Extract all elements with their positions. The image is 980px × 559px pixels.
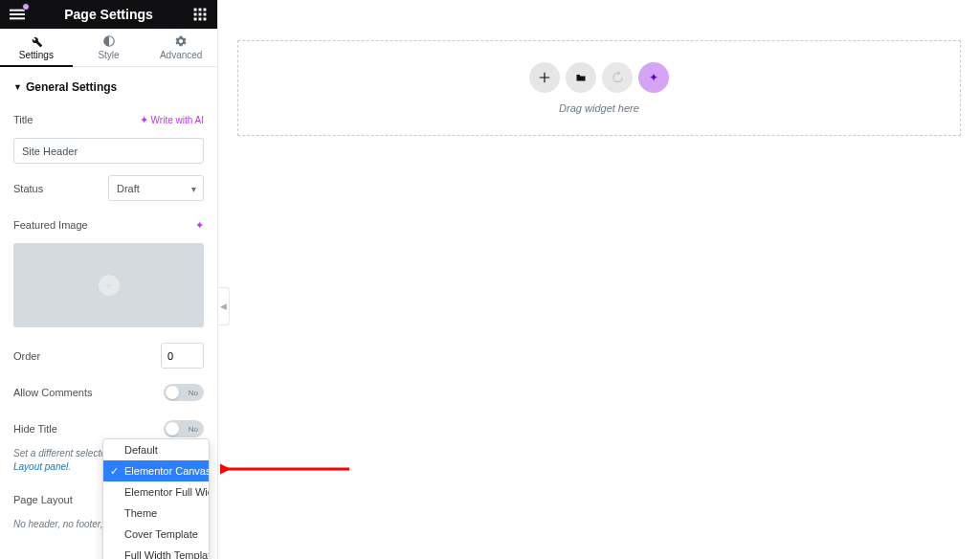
- svg-rect-10: [199, 18, 202, 21]
- dd-item-default[interactable]: Default: [103, 439, 209, 460]
- svg-rect-2: [10, 17, 25, 19]
- tab-settings[interactable]: Settings: [0, 29, 73, 66]
- folder-icon: [575, 72, 587, 83]
- svg-rect-7: [199, 13, 202, 16]
- dd-item-full-width-template[interactable]: Full Width Template: [103, 545, 209, 559]
- sparkle-icon: ✦: [140, 114, 148, 126]
- contrast-icon: [102, 34, 116, 48]
- widgets-grid-button[interactable]: [190, 5, 210, 24]
- status-label: Status: [13, 183, 43, 194]
- add-template-button[interactable]: [566, 62, 596, 93]
- page-layout-label: Page Layout: [13, 494, 73, 505]
- control-allow-comments-row: Allow Comments No: [0, 374, 217, 411]
- dropzone-controls: ✦: [529, 62, 669, 93]
- drag-widget-text: Drag widget here: [559, 102, 639, 114]
- sparkle-icon[interactable]: ✦: [195, 219, 204, 232]
- control-featured-row: Featured Image ✦: [0, 207, 217, 243]
- control-status-row: Status Draft: [0, 169, 217, 207]
- write-with-ai-button[interactable]: ✦Write with AI: [140, 114, 204, 126]
- layout-panel-link[interactable]: Layout panel: [13, 461, 68, 472]
- allow-comments-label: Allow Comments: [13, 387, 93, 398]
- svg-rect-3: [194, 9, 197, 11]
- panel-title: Page Settings: [64, 7, 153, 22]
- svg-rect-6: [194, 13, 197, 16]
- sparkle-icon: ✦: [649, 71, 658, 84]
- svg-rect-5: [204, 9, 207, 11]
- status-select[interactable]: Draft: [108, 175, 204, 201]
- add-section-button[interactable]: [529, 62, 560, 93]
- dd-item-theme[interactable]: Theme: [103, 503, 209, 524]
- page-layout-dropdown: Default Elementor Canvas Elementor Full …: [102, 438, 210, 559]
- svg-rect-9: [194, 18, 197, 21]
- featured-image-label: Featured Image: [13, 219, 88, 231]
- history-button[interactable]: [602, 62, 633, 93]
- dd-item-cover-template[interactable]: Cover Template: [103, 524, 209, 545]
- title-input[interactable]: [13, 138, 204, 164]
- panel-header: Page Settings: [0, 0, 217, 29]
- section-general-settings[interactable]: ▼ General Settings: [0, 67, 217, 101]
- tab-advanced[interactable]: Advanced: [145, 29, 217, 66]
- history-icon: [611, 71, 624, 84]
- order-label: Order: [13, 350, 40, 362]
- order-input[interactable]: [161, 343, 204, 369]
- tab-style[interactable]: Style: [73, 29, 145, 66]
- menu-button[interactable]: [8, 5, 27, 24]
- allow-comments-toggle[interactable]: No: [164, 384, 204, 401]
- notification-dot-icon: [22, 3, 30, 11]
- plus-icon: +: [99, 275, 120, 296]
- svg-rect-11: [204, 18, 207, 21]
- svg-rect-4: [199, 9, 202, 11]
- ai-button[interactable]: ✦: [638, 62, 669, 93]
- title-label: Title: [13, 114, 33, 125]
- panel-tabs: Settings Style Advanced: [0, 29, 217, 67]
- dd-item-elementor-full-width[interactable]: Elementor Full Width: [103, 481, 209, 503]
- caret-down-icon: ▼: [13, 82, 22, 92]
- hide-title-toggle[interactable]: No: [164, 420, 204, 437]
- gear-icon: [174, 34, 188, 48]
- hide-title-label: Hide Title: [13, 423, 57, 435]
- panel-collapse-handle[interactable]: ◀: [218, 287, 230, 325]
- svg-rect-8: [204, 13, 207, 16]
- wrench-icon: [30, 34, 43, 48]
- dd-item-elementor-canvas[interactable]: Elementor Canvas: [103, 460, 209, 481]
- plus-icon: [538, 71, 551, 84]
- svg-rect-1: [10, 13, 25, 15]
- control-title-row: Title ✦Write with AI: [0, 101, 217, 138]
- editor-canvas: ✦ Drag widget here: [218, 0, 980, 559]
- control-order-row: Order: [0, 337, 217, 374]
- widget-dropzone[interactable]: ✦ Drag widget here: [237, 40, 961, 136]
- featured-image-dropzone[interactable]: +: [13, 243, 204, 327]
